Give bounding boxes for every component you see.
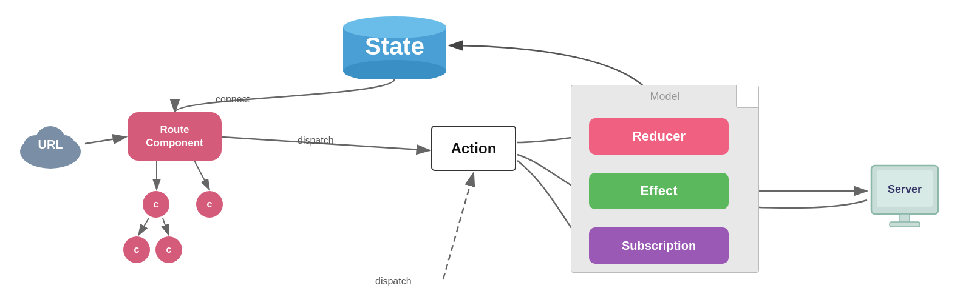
model-label: Model [571, 90, 758, 103]
svg-line-5 [443, 173, 474, 279]
effect-node: Effect [589, 173, 729, 209]
reducer-node: Reducer [589, 118, 729, 155]
server-node: Server [868, 162, 941, 229]
svg-text:Server: Server [888, 183, 922, 195]
child-node-1: c [143, 191, 169, 218]
svg-line-2 [85, 137, 126, 144]
svg-line-8 [138, 218, 149, 235]
svg-text:State: State [365, 33, 424, 59]
dispatch-dashed-label: dispatch [375, 276, 412, 287]
route-component-node: RouteComponent [128, 112, 222, 161]
child-node-4: c [155, 236, 182, 263]
reducer-label: Reducer [632, 129, 686, 144]
subscription-node: Subscription [589, 227, 729, 264]
action-label: Action [451, 140, 497, 157]
svg-rect-21 [890, 222, 920, 227]
subscription-label: Subscription [622, 239, 696, 253]
dispatch-solid-label: dispatch [298, 135, 334, 146]
child-node-2: c [196, 191, 223, 218]
state-node: State [340, 12, 449, 79]
svg-line-9 [163, 218, 169, 235]
svg-rect-20 [900, 214, 910, 223]
architecture-diagram: URL RouteComponent c c c c State connect… [0, 0, 980, 308]
effect-label: Effect [640, 183, 677, 199]
action-node: Action [431, 126, 516, 171]
route-component-label: RouteComponent [146, 123, 203, 150]
connect-label: connect [216, 94, 250, 105]
child-node-3: c [123, 236, 150, 263]
svg-point-13 [53, 135, 75, 157]
url-node: URL [17, 118, 84, 170]
svg-line-7 [194, 161, 209, 190]
